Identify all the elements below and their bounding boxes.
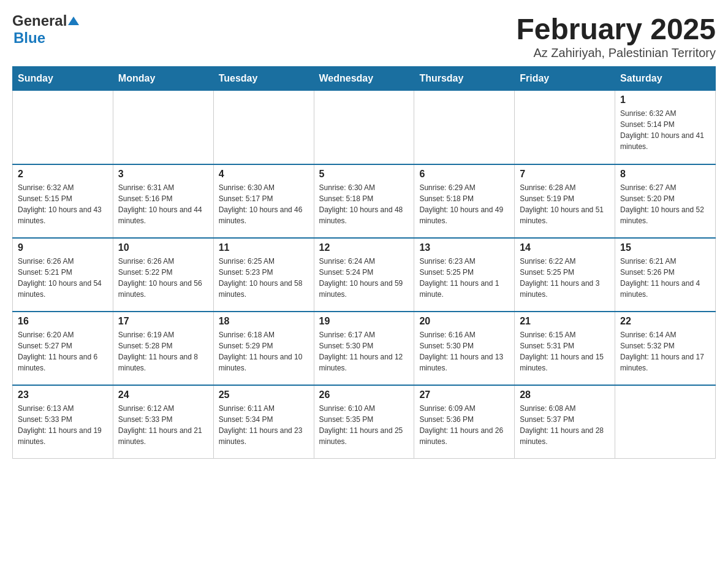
calendar-week-2: 2Sunrise: 6:32 AM Sunset: 5:15 PM Daylig… [13,164,716,238]
calendar-cell: 21Sunrise: 6:15 AM Sunset: 5:31 PM Dayli… [515,312,615,385]
day-info: Sunrise: 6:32 AM Sunset: 5:14 PM Dayligh… [620,108,710,152]
header-tuesday: Tuesday [213,67,314,91]
calendar-cell: 9Sunrise: 6:26 AM Sunset: 5:21 PM Daylig… [13,238,113,312]
day-number: 26 [319,389,409,400]
day-number: 28 [520,389,610,400]
day-info: Sunrise: 6:31 AM Sunset: 5:16 PM Dayligh… [118,182,208,226]
day-info: Sunrise: 6:28 AM Sunset: 5:19 PM Dayligh… [520,182,610,226]
calendar-cell: 10Sunrise: 6:26 AM Sunset: 5:22 PM Dayli… [113,238,213,312]
day-number: 6 [419,169,509,180]
day-info: Sunrise: 6:20 AM Sunset: 5:27 PM Dayligh… [18,329,108,373]
header-wednesday: Wednesday [314,67,414,91]
calendar-cell: 23Sunrise: 6:13 AM Sunset: 5:33 PM Dayli… [13,385,113,459]
calendar-cell: 25Sunrise: 6:11 AM Sunset: 5:34 PM Dayli… [213,385,314,459]
day-number: 23 [18,389,108,400]
day-info: Sunrise: 6:09 AM Sunset: 5:36 PM Dayligh… [419,403,509,447]
day-number: 14 [520,242,610,253]
logo-triangle-icon [68,13,79,29]
calendar-cell [515,91,615,164]
day-info: Sunrise: 6:10 AM Sunset: 5:35 PM Dayligh… [319,403,409,447]
calendar-cell: 5Sunrise: 6:30 AM Sunset: 5:18 PM Daylig… [314,164,414,238]
calendar-cell [414,91,515,164]
calendar-cell: 12Sunrise: 6:24 AM Sunset: 5:24 PM Dayli… [314,238,414,312]
day-info: Sunrise: 6:27 AM Sunset: 5:20 PM Dayligh… [620,182,710,226]
calendar-week-5: 23Sunrise: 6:13 AM Sunset: 5:33 PM Dayli… [13,385,716,459]
day-info: Sunrise: 6:25 AM Sunset: 5:23 PM Dayligh… [219,256,309,300]
day-number: 9 [18,242,108,253]
day-info: Sunrise: 6:29 AM Sunset: 5:18 PM Dayligh… [419,182,509,226]
calendar-header-row: Sunday Monday Tuesday Wednesday Thursday… [13,67,716,91]
header-thursday: Thursday [414,67,515,91]
calendar-cell: 16Sunrise: 6:20 AM Sunset: 5:27 PM Dayli… [13,312,113,385]
logo-general-text: General [12,12,67,29]
day-info: Sunrise: 6:26 AM Sunset: 5:21 PM Dayligh… [18,256,108,300]
day-number: 1 [620,94,710,105]
day-info: Sunrise: 6:26 AM Sunset: 5:22 PM Dayligh… [118,256,208,300]
day-info: Sunrise: 6:22 AM Sunset: 5:25 PM Dayligh… [520,256,610,300]
day-number: 13 [419,242,509,253]
calendar-week-4: 16Sunrise: 6:20 AM Sunset: 5:27 PM Dayli… [13,312,716,385]
calendar-cell [314,91,414,164]
day-info: Sunrise: 6:19 AM Sunset: 5:28 PM Dayligh… [118,329,208,373]
day-number: 17 [118,316,208,327]
calendar-cell: 7Sunrise: 6:28 AM Sunset: 5:19 PM Daylig… [515,164,615,238]
title-section: February 2025 Az Zahiriyah, Palestinian … [516,12,716,60]
calendar-cell [113,91,213,164]
header-saturday: Saturday [615,67,716,91]
calendar-cell: 28Sunrise: 6:08 AM Sunset: 5:37 PM Dayli… [515,385,615,459]
header-sunday: Sunday [13,67,113,91]
calendar-cell: 1Sunrise: 6:32 AM Sunset: 5:14 PM Daylig… [615,91,716,164]
day-number: 4 [219,169,309,180]
page-header: General Blue February 2025 Az Zahiriyah,… [12,12,716,60]
calendar-cell: 20Sunrise: 6:16 AM Sunset: 5:30 PM Dayli… [414,312,515,385]
calendar-cell: 17Sunrise: 6:19 AM Sunset: 5:28 PM Dayli… [113,312,213,385]
calendar-cell: 19Sunrise: 6:17 AM Sunset: 5:30 PM Dayli… [314,312,414,385]
day-info: Sunrise: 6:23 AM Sunset: 5:25 PM Dayligh… [419,256,509,300]
day-info: Sunrise: 6:17 AM Sunset: 5:30 PM Dayligh… [319,329,409,373]
calendar-week-3: 9Sunrise: 6:26 AM Sunset: 5:21 PM Daylig… [13,238,716,312]
calendar-cell: 13Sunrise: 6:23 AM Sunset: 5:25 PM Dayli… [414,238,515,312]
day-info: Sunrise: 6:30 AM Sunset: 5:17 PM Dayligh… [219,182,309,226]
day-info: Sunrise: 6:12 AM Sunset: 5:33 PM Dayligh… [118,403,208,447]
day-info: Sunrise: 6:21 AM Sunset: 5:26 PM Dayligh… [620,256,710,300]
day-number: 16 [18,316,108,327]
day-number: 25 [219,389,309,400]
header-friday: Friday [515,67,615,91]
month-title: February 2025 [516,12,716,46]
day-number: 7 [520,169,610,180]
header-monday: Monday [113,67,213,91]
calendar-cell: 3Sunrise: 6:31 AM Sunset: 5:16 PM Daylig… [113,164,213,238]
calendar-cell: 8Sunrise: 6:27 AM Sunset: 5:20 PM Daylig… [615,164,716,238]
calendar-cell [615,385,716,459]
calendar-cell: 18Sunrise: 6:18 AM Sunset: 5:29 PM Dayli… [213,312,314,385]
calendar-cell: 26Sunrise: 6:10 AM Sunset: 5:35 PM Dayli… [314,385,414,459]
day-info: Sunrise: 6:30 AM Sunset: 5:18 PM Dayligh… [319,182,409,226]
day-number: 3 [118,169,208,180]
day-info: Sunrise: 6:24 AM Sunset: 5:24 PM Dayligh… [319,256,409,300]
svg-marker-0 [68,17,79,25]
day-number: 10 [118,242,208,253]
calendar-cell [13,91,113,164]
calendar-cell: 2Sunrise: 6:32 AM Sunset: 5:15 PM Daylig… [13,164,113,238]
calendar-cell: 24Sunrise: 6:12 AM Sunset: 5:33 PM Dayli… [113,385,213,459]
calendar-cell: 27Sunrise: 6:09 AM Sunset: 5:36 PM Dayli… [414,385,515,459]
day-number: 12 [319,242,409,253]
day-number: 18 [219,316,309,327]
location-title: Az Zahiriyah, Palestinian Territory [516,46,716,60]
day-info: Sunrise: 6:08 AM Sunset: 5:37 PM Dayligh… [520,403,610,447]
calendar-week-1: 1Sunrise: 6:32 AM Sunset: 5:14 PM Daylig… [13,91,716,164]
logo: General Blue [12,12,79,47]
day-info: Sunrise: 6:18 AM Sunset: 5:29 PM Dayligh… [219,329,309,373]
day-info: Sunrise: 6:11 AM Sunset: 5:34 PM Dayligh… [219,403,309,447]
day-info: Sunrise: 6:14 AM Sunset: 5:32 PM Dayligh… [620,329,710,373]
calendar-cell: 22Sunrise: 6:14 AM Sunset: 5:32 PM Dayli… [615,312,716,385]
day-number: 15 [620,242,710,253]
calendar-cell: 11Sunrise: 6:25 AM Sunset: 5:23 PM Dayli… [213,238,314,312]
day-info: Sunrise: 6:15 AM Sunset: 5:31 PM Dayligh… [520,329,610,373]
day-info: Sunrise: 6:16 AM Sunset: 5:30 PM Dayligh… [419,329,509,373]
day-number: 2 [18,169,108,180]
logo-blue-text: Blue [13,29,45,46]
day-number: 27 [419,389,509,400]
day-number: 21 [520,316,610,327]
calendar-cell: 14Sunrise: 6:22 AM Sunset: 5:25 PM Dayli… [515,238,615,312]
